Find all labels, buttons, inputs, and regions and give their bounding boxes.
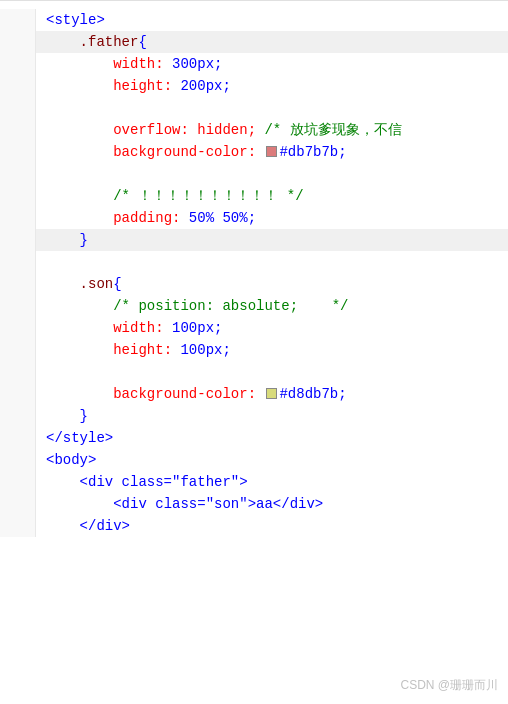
line-gutter-13	[0, 273, 36, 295]
token: <body>	[46, 449, 96, 471]
line-gutter-14	[0, 295, 36, 317]
token: <div class=	[80, 471, 172, 493]
code-line-8	[0, 163, 508, 185]
editor-container: <style> .father{ width: 300px; height: 2…	[0, 0, 508, 704]
token: #d8db7b;	[279, 383, 346, 405]
color-swatch-yellow	[266, 388, 277, 399]
line-gutter-10	[0, 207, 36, 229]
token: .father	[80, 31, 139, 53]
line-content-24: </div>	[36, 515, 508, 537]
code-line-5	[0, 97, 508, 119]
token	[46, 185, 113, 207]
line-gutter-21	[0, 449, 36, 471]
token: 100px;	[180, 339, 230, 361]
code-line-24: </div>	[0, 515, 508, 537]
code-line-6: overflow: hidden; /* 放坑爹现象，不信	[0, 119, 508, 141]
code-line-4: height: 200px;	[0, 75, 508, 97]
token: #db7b7b;	[279, 141, 346, 163]
token: /* position: absolute; */	[113, 295, 348, 317]
line-content-11: }	[36, 229, 508, 251]
line-content-13: .son{	[36, 273, 508, 295]
line-gutter-20	[0, 427, 36, 449]
line-gutter-7	[0, 141, 36, 163]
watermark: CSDN @珊珊而川	[400, 677, 498, 694]
line-gutter-1	[0, 9, 36, 31]
code-line-21: <body>	[0, 449, 508, 471]
code-line-17	[0, 361, 508, 383]
line-content-9: /* ！！！！！！！！！！ */	[36, 185, 508, 207]
token: overflow: hidden;	[113, 119, 264, 141]
token: </div>	[80, 515, 130, 537]
code-line-14: /* position: absolute; */	[0, 295, 508, 317]
line-gutter-24	[0, 515, 36, 537]
line-gutter-12	[0, 251, 36, 273]
code-line-19: }	[0, 405, 508, 427]
token	[46, 493, 113, 515]
line-content-20: </style>	[36, 427, 508, 449]
line-content-10: padding: 50% 50%;	[36, 207, 508, 229]
code-line-7: background-color: #db7b7b;	[0, 141, 508, 163]
code-line-15: width: 100px;	[0, 317, 508, 339]
token: 200px;	[180, 75, 230, 97]
token	[46, 119, 113, 141]
token: >aa</div>	[248, 493, 324, 515]
code-area: <style> .father{ width: 300px; height: 2…	[0, 1, 508, 545]
line-content-18: background-color: #d8db7b;	[36, 383, 508, 405]
line-gutter-4	[0, 75, 36, 97]
line-gutter-22	[0, 471, 36, 493]
line-content-7: background-color: #db7b7b;	[36, 141, 508, 163]
token: </style>	[46, 427, 113, 449]
code-line-22: <div class="father">	[0, 471, 508, 493]
line-content-23: <div class="son">aa</div>	[36, 493, 508, 515]
code-line-3: width: 300px;	[0, 53, 508, 75]
line-content-2: .father{	[36, 31, 508, 53]
token	[46, 75, 113, 97]
line-content-5	[36, 97, 508, 119]
token	[46, 273, 80, 295]
token: height:	[113, 339, 180, 361]
line-gutter-2	[0, 31, 36, 53]
color-swatch-red	[266, 146, 277, 157]
code-line-11: }	[0, 229, 508, 251]
token: 100px;	[172, 317, 222, 339]
line-gutter-17	[0, 361, 36, 383]
token: <div class=	[113, 493, 205, 515]
token	[46, 405, 80, 427]
token: 300px;	[172, 53, 222, 75]
token	[46, 295, 113, 317]
token	[46, 141, 113, 163]
code-line-16: height: 100px;	[0, 339, 508, 361]
line-gutter-5	[0, 97, 36, 119]
token: width:	[113, 53, 172, 75]
line-content-14: /* position: absolute; */	[36, 295, 508, 317]
line-gutter-19	[0, 405, 36, 427]
token: "son"	[206, 493, 248, 515]
line-content-19: }	[36, 405, 508, 427]
token	[46, 229, 80, 251]
code-line-12	[0, 251, 508, 273]
token	[46, 317, 113, 339]
line-content-22: <div class="father">	[36, 471, 508, 493]
token: }	[80, 229, 88, 251]
token: "father"	[172, 471, 239, 493]
line-content-1: <style>	[36, 9, 508, 31]
code-line-10: padding: 50% 50%;	[0, 207, 508, 229]
line-gutter-15	[0, 317, 36, 339]
token: }	[80, 405, 88, 427]
token: height:	[113, 75, 180, 97]
token: {	[138, 31, 146, 53]
token: background-color:	[113, 383, 264, 405]
line-content-4: height: 200px;	[36, 75, 508, 97]
line-content-6: overflow: hidden; /* 放坑爹现象，不信	[36, 119, 508, 141]
token	[46, 53, 113, 75]
line-content-15: width: 100px;	[36, 317, 508, 339]
token: background-color:	[113, 141, 264, 163]
token: <style>	[46, 9, 105, 31]
line-gutter-11	[0, 229, 36, 251]
token: {	[113, 273, 121, 295]
token	[46, 515, 80, 537]
token	[46, 383, 113, 405]
line-gutter-8	[0, 163, 36, 185]
code-line-23: <div class="son">aa</div>	[0, 493, 508, 515]
token	[46, 339, 113, 361]
